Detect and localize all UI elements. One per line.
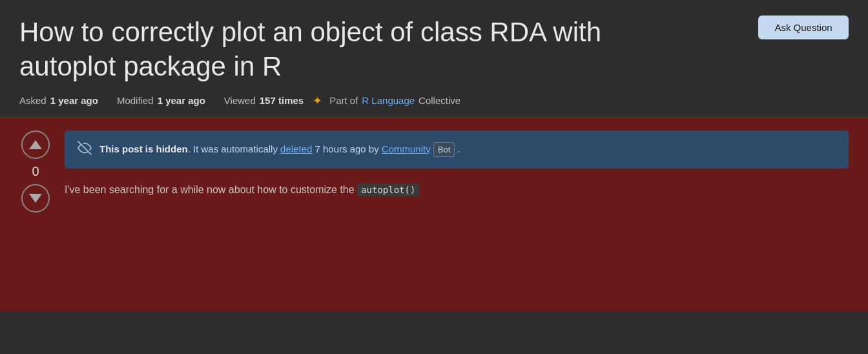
downvote-arrow-icon	[29, 194, 42, 203]
hidden-bold-text: This post is hidden	[99, 143, 188, 154]
upvote-arrow-icon	[29, 140, 42, 149]
question-meta: Asked 1 year ago Modified 1 year ago Vie…	[19, 94, 849, 107]
content-area: 0 This post is hidden. It was automatica…	[19, 130, 849, 213]
asked-value: 1 year ago	[50, 95, 98, 106]
hidden-icon	[78, 141, 92, 158]
main-content: This post is hidden. It was automaticall…	[65, 130, 849, 198]
hidden-main-text: . It was automatically	[188, 143, 280, 154]
body-text: I've been searching for a while now abou…	[65, 184, 357, 195]
hidden-notice-text: This post is hidden. It was automaticall…	[99, 142, 460, 158]
collective-suffix: Collective	[418, 95, 460, 106]
modified-label: Modified	[117, 95, 154, 106]
vote-controls: 0	[19, 130, 52, 213]
ask-question-button[interactable]: Ask Question	[758, 16, 849, 39]
question-body-section: 0 This post is hidden. It was automatica…	[0, 118, 868, 311]
asked-label: Asked	[19, 95, 46, 106]
question-title: How to correctly plot an object of class…	[19, 16, 698, 83]
modified-value: 1 year ago	[158, 95, 205, 106]
question-header: How to correctly plot an object of class…	[0, 0, 868, 118]
vote-count: 0	[32, 164, 39, 179]
hidden-when-text: 7 hours ago by	[312, 143, 382, 154]
collective-star-icon: ✦	[313, 94, 326, 107]
hidden-period: .	[455, 143, 460, 154]
collective-prefix: Part of	[329, 95, 358, 106]
collective-badge: ✦ Part of R Language Collective	[313, 94, 460, 107]
post-body-preview: I've been searching for a while now abou…	[65, 182, 849, 198]
meta-divider-1	[107, 96, 108, 105]
header-top-row: How to correctly plot an object of class…	[19, 16, 849, 83]
collective-link[interactable]: R Language	[362, 95, 415, 106]
bot-badge: Bot	[433, 142, 455, 158]
meta-divider-2	[214, 96, 215, 105]
hidden-post-notice: This post is hidden. It was automaticall…	[65, 130, 849, 169]
viewed-label: Viewed	[224, 95, 256, 106]
upvote-button[interactable]	[21, 130, 50, 159]
code-snippet: autoplot()	[357, 183, 419, 196]
viewed-value: 157 times	[260, 95, 304, 106]
downvote-button[interactable]	[21, 184, 50, 213]
deleted-link[interactable]: deleted	[280, 143, 312, 154]
community-link[interactable]: Community	[382, 143, 431, 154]
